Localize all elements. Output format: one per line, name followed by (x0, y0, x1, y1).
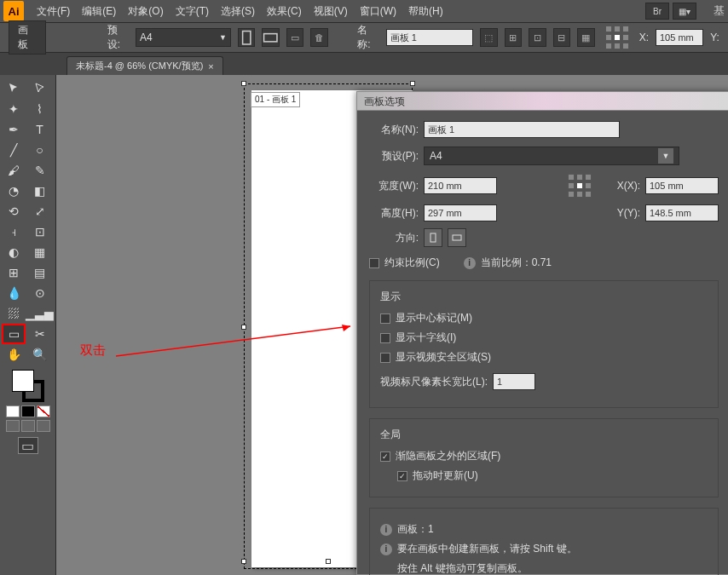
dlg-portrait-button[interactable] (424, 228, 442, 247)
lasso-tool[interactable]: ⌇ (28, 99, 52, 119)
perspective-grid-tool[interactable]: ▦ (28, 242, 52, 262)
show-safe-checkbox[interactable] (380, 353, 390, 363)
draw-inside-button[interactable] (37, 420, 50, 432)
arrange-button[interactable]: ▦▾ (673, 3, 696, 20)
opt1-button[interactable]: ⊞ (505, 28, 523, 47)
pixel-ratio-label: 视频标尺像素长宽比(L): (380, 375, 488, 389)
dlg-x-input[interactable]: 105 mm (645, 177, 719, 194)
menu-window[interactable]: 窗口(W) (354, 0, 402, 22)
column-graph-tool[interactable]: ▁▃▅ (28, 303, 52, 324)
menu-view[interactable]: 视图(V) (308, 0, 354, 22)
hand-tool[interactable]: ✋ (2, 344, 26, 365)
artboard-tool[interactable]: ▭ (2, 324, 26, 344)
type-tool[interactable]: T (28, 119, 52, 140)
screen-mode-button[interactable]: ▭ (18, 437, 38, 454)
info-section: i画板：1 i要在画板中创建新画板，请按 Shift 键。 按住 Alt 键拖动… (369, 508, 719, 575)
opt2-button[interactable]: ⊡ (529, 28, 546, 47)
constrain-checkbox[interactable] (369, 258, 379, 268)
handle-bm[interactable] (326, 559, 331, 564)
show-cross-checkbox[interactable] (380, 333, 390, 343)
document-tab-bar: 未标题-4 @ 66% (CMYK/预览) × (0, 53, 728, 75)
menu-type[interactable]: 文字(T) (170, 0, 215, 22)
dlg-landscape-button[interactable] (448, 228, 466, 247)
dlg-height-input[interactable]: 297 mm (424, 204, 497, 221)
artboard-label[interactable]: 01 - 画板 1 (251, 92, 300, 107)
menu-select[interactable]: 选择(S) (215, 0, 261, 22)
draw-behind-button[interactable] (21, 420, 35, 432)
pixel-ratio-input[interactable]: 1 (493, 373, 535, 390)
dlg-preset-select[interactable]: A4▼ (424, 147, 679, 165)
orient-portrait-button[interactable] (238, 28, 256, 47)
svg-rect-0 (242, 31, 250, 43)
pencil-tool[interactable]: ✎ (28, 160, 52, 181)
opt3-button[interactable]: ⊟ (553, 28, 571, 47)
dlg-reference-point[interactable] (568, 174, 592, 198)
pen-tool[interactable]: ✒ (2, 119, 26, 140)
show-center-checkbox[interactable] (380, 313, 390, 324)
hint1-label: 要在画板中创建新画板，请按 Shift 键。 (397, 542, 577, 556)
handle-bl[interactable] (241, 559, 246, 564)
eyedropper-tool[interactable]: 💧 (2, 283, 26, 303)
dlg-y-input[interactable]: 148.5 mm (645, 204, 719, 221)
preset-select[interactable]: A4▼ (136, 28, 231, 47)
tab-close-button[interactable]: × (208, 61, 213, 72)
workspace-label[interactable]: 基 (714, 3, 725, 19)
svg-line-2 (116, 326, 350, 356)
bridge-button[interactable]: Br (645, 3, 669, 20)
symbol-sprayer-tool[interactable]: ⛆ (2, 303, 26, 324)
opt4-button[interactable]: ▦ (577, 28, 595, 47)
update-drag-checkbox[interactable] (397, 471, 407, 481)
scale-tool[interactable]: ⤢ (28, 201, 52, 221)
y-label: Y: (710, 32, 719, 43)
dlg-name-input[interactable]: 画板 1 (424, 121, 620, 138)
reference-point-grid[interactable] (605, 26, 629, 49)
direct-selection-tool[interactable] (28, 78, 52, 99)
draw-normal-button[interactable] (6, 420, 20, 432)
menu-file[interactable]: 文件(F) (31, 0, 76, 22)
menu-help[interactable]: 帮助(H) (402, 0, 449, 22)
blob-brush-tool[interactable]: ◔ (2, 181, 26, 201)
shape-builder-tool[interactable]: ◐ (2, 242, 26, 262)
gradient-mode-button[interactable] (21, 405, 35, 417)
mesh-tool[interactable]: ⊞ (2, 262, 26, 283)
handle-tr[interactable] (410, 81, 415, 86)
selection-tool[interactable] (2, 78, 26, 99)
ellipse-tool[interactable]: ○ (28, 140, 52, 160)
dlg-x-label: X(X): (617, 180, 640, 192)
magic-wand-tool[interactable]: ✦ (2, 99, 26, 119)
show-center-label: 显示中心标记(M) (396, 311, 472, 325)
x-input[interactable]: 105 mm (656, 29, 703, 46)
dlg-height-label: 高度(H): (369, 206, 419, 221)
free-transform-tool[interactable]: ⊡ (28, 221, 52, 242)
slice-tool[interactable]: ✂ (28, 324, 52, 344)
dlg-y-label: Y(Y): (617, 207, 640, 219)
fill-color[interactable] (12, 370, 34, 392)
name-input[interactable]: 画板 1 (386, 29, 474, 46)
delete-artboard-button[interactable]: 🗑 (310, 28, 328, 47)
dlg-width-input[interactable]: 210 mm (424, 177, 497, 194)
dlg-preset-label: 预设(P): (369, 149, 419, 164)
fill-stroke-swatch[interactable] (12, 370, 44, 402)
handle-tl[interactable] (241, 81, 246, 86)
eraser-tool[interactable]: ◧ (28, 181, 52, 201)
orient-landscape-button[interactable] (262, 28, 280, 47)
menu-edit[interactable]: 编辑(E) (76, 0, 122, 22)
none-mode-button[interactable] (37, 405, 50, 417)
fade-checkbox[interactable] (380, 451, 390, 462)
tool-mode-label: 画板 (9, 20, 46, 55)
color-mode-button[interactable] (6, 405, 20, 417)
zoom-tool[interactable]: 🔍 (28, 344, 52, 365)
gradient-tool[interactable]: ▤ (28, 262, 52, 283)
svg-marker-3 (342, 325, 350, 331)
document-tab[interactable]: 未标题-4 @ 66% (CMYK/预览) × (66, 56, 223, 75)
line-tool[interactable]: ╱ (2, 140, 26, 160)
move-artwork-toggle[interactable]: ⬚ (480, 28, 498, 47)
rotate-tool[interactable]: ⟲ (2, 201, 26, 221)
menu-object[interactable]: 对象(O) (122, 0, 169, 22)
menu-effect[interactable]: 效果(C) (261, 0, 308, 22)
paintbrush-tool[interactable]: 🖌 (2, 160, 26, 181)
blend-tool[interactable]: ⊙ (28, 283, 52, 303)
preset-label: 预设: (107, 23, 129, 52)
width-tool[interactable]: ⫞ (2, 221, 26, 242)
new-artboard-button[interactable]: ▭ (286, 28, 304, 47)
